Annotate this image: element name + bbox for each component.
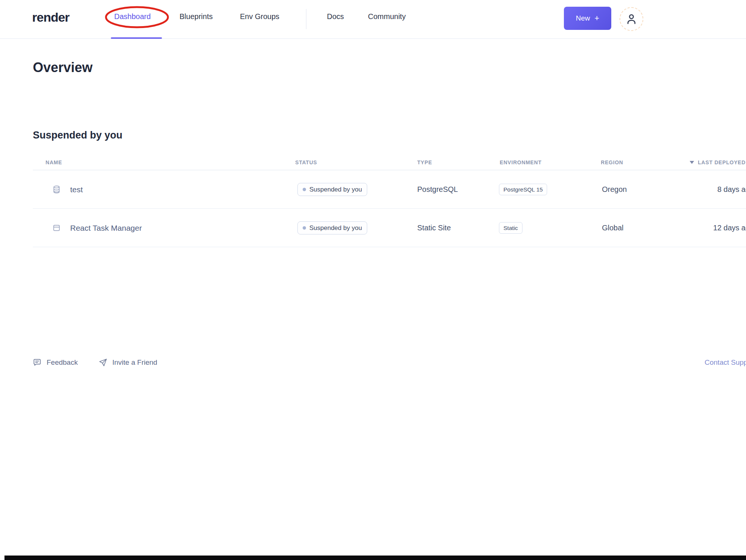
- table-row[interactable]: React Task Manager Suspended by you Stat…: [0, 209, 746, 247]
- status-cell: Suspended by you: [297, 170, 367, 209]
- service-name: React Task Manager: [70, 224, 142, 233]
- status-badge: Suspended by you: [297, 183, 367, 196]
- new-button[interactable]: New +: [564, 7, 611, 30]
- column-header-region[interactable]: REGION: [601, 155, 623, 170]
- last-deploy-cell: 12 days ago: [657, 209, 746, 247]
- environment-cell: Static: [499, 209, 522, 247]
- last-deploy-cell: 8 days ago: [657, 170, 746, 209]
- paper-plane-icon: [99, 358, 107, 367]
- database-icon: [52, 185, 61, 194]
- sort-descending-icon: [690, 161, 694, 164]
- type-cell: Static Site: [417, 209, 451, 247]
- status-dot-icon: [303, 226, 306, 230]
- table-row[interactable]: test Suspended by you PostgreSQL Postgre…: [0, 170, 746, 209]
- feedback-link[interactable]: Feedback: [33, 355, 78, 370]
- service-name: test: [70, 185, 83, 194]
- column-header-status[interactable]: STATUS: [295, 155, 317, 170]
- column-header-last-deploy[interactable]: LAST DEPLOYED: [690, 155, 746, 170]
- nav-divider: [306, 9, 306, 29]
- invite-friend-link[interactable]: Invite a Friend: [99, 355, 157, 370]
- status-cell: Suspended by you: [297, 209, 367, 247]
- environment-badge: Static: [499, 222, 522, 234]
- region-cell: Global: [602, 209, 624, 247]
- static-site-icon: [52, 224, 61, 232]
- nav-link-docs[interactable]: Docs: [327, 12, 344, 21]
- active-tab-underline: [111, 37, 162, 39]
- environment-badge: PostgreSQL 15: [499, 184, 547, 195]
- top-navbar: render Dashboard Blueprints Env Groups D…: [0, 0, 746, 39]
- region-cell: Oregon: [602, 170, 627, 209]
- nav-tab-dashboard[interactable]: Dashboard: [114, 12, 151, 21]
- page-title: Overview: [33, 60, 93, 75]
- status-dot-icon: [303, 188, 306, 191]
- user-icon: [625, 12, 638, 26]
- account-menu-button[interactable]: [619, 7, 643, 31]
- nav-tab-blueprints[interactable]: Blueprints: [180, 12, 213, 21]
- contact-support-link[interactable]: Contact Support: [705, 355, 746, 370]
- column-header-name[interactable]: NAME: [46, 155, 62, 170]
- bottom-bar: [4, 556, 746, 560]
- type-cell: PostgreSQL: [417, 170, 458, 209]
- nav-tab-env-groups[interactable]: Env Groups: [240, 12, 280, 21]
- column-header-type[interactable]: TYPE: [417, 155, 432, 170]
- section-title-suspended: Suspended by you: [33, 130, 122, 141]
- status-badge: Suspended by you: [297, 221, 367, 234]
- service-name-cell[interactable]: React Task Manager: [52, 209, 142, 247]
- service-name-cell[interactable]: test: [52, 170, 83, 209]
- table-header-row: NAME STATUS TYPE ENVIRONMENT REGION LAST…: [0, 155, 746, 170]
- feedback-icon: [33, 358, 42, 367]
- nav-link-community[interactable]: Community: [368, 12, 406, 21]
- column-header-environment[interactable]: ENVIRONMENT: [500, 155, 541, 170]
- environment-cell: PostgreSQL 15: [499, 170, 547, 209]
- render-logo[interactable]: render: [32, 10, 69, 25]
- plus-icon: +: [594, 14, 599, 22]
- new-button-label: New: [576, 14, 590, 22]
